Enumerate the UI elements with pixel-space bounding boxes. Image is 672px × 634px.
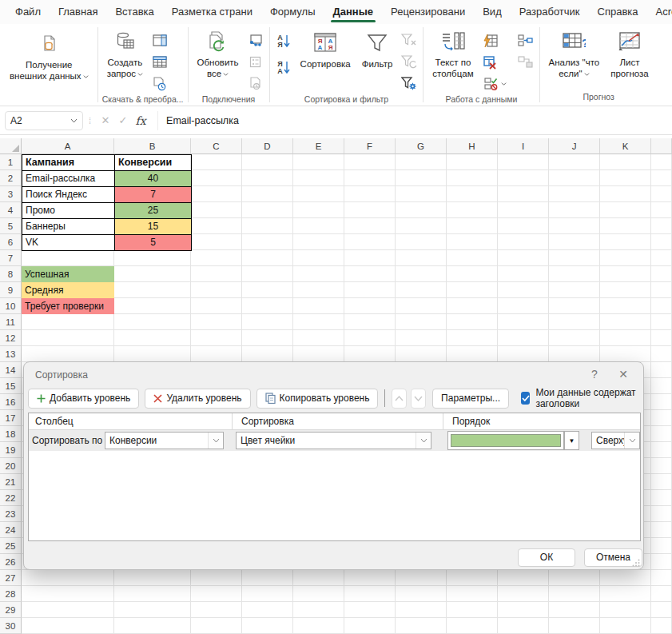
sort-dialog-button[interactable]: ЯААЯ Сортировка bbox=[295, 26, 356, 71]
my-data-has-headers-checkbox[interactable] bbox=[521, 392, 530, 405]
cell[interactable]: Промо bbox=[22, 202, 115, 219]
column-header[interactable]: H bbox=[447, 138, 498, 154]
connections-icon[interactable] bbox=[245, 30, 266, 50]
cell[interactable]: Баннеры bbox=[22, 218, 115, 235]
flash-fill-icon[interactable] bbox=[479, 30, 501, 50]
cancel-entry-icon[interactable]: ✕ bbox=[97, 114, 114, 126]
show-queries-icon[interactable] bbox=[149, 30, 170, 50]
row-header[interactable]: 3 bbox=[0, 186, 22, 202]
copy-level-button[interactable]: Копировать уровень bbox=[256, 389, 379, 409]
row-header[interactable]: 2 bbox=[0, 170, 22, 186]
dialog-close-icon[interactable]: ✕ bbox=[616, 368, 630, 381]
text-to-columns-button[interactable]: Текст по столбцам bbox=[427, 26, 479, 81]
row-header[interactable]: 11 bbox=[0, 314, 22, 330]
order-position-select[interactable]: Сверху bbox=[591, 432, 640, 449]
cell[interactable]: 15 bbox=[114, 218, 192, 235]
row-header[interactable]: 17 bbox=[0, 410, 22, 426]
refresh-all-button[interactable]: Обновить все bbox=[192, 26, 245, 81]
tab-developer[interactable]: Разработчик bbox=[511, 1, 589, 23]
clear-filter-icon[interactable] bbox=[398, 30, 420, 50]
row-header[interactable]: 29 bbox=[0, 602, 22, 618]
cell[interactable]: 7 bbox=[114, 186, 192, 203]
cell[interactable]: Успешная bbox=[22, 266, 114, 282]
cell[interactable]: Поиск Яндекс bbox=[22, 186, 115, 203]
dialog-help-icon[interactable]: ? bbox=[587, 368, 602, 381]
reapply-filter-icon[interactable] bbox=[398, 52, 420, 72]
get-external-data-button[interactable]: Получение внешних данных bbox=[4, 26, 94, 83]
properties-icon[interactable] bbox=[245, 52, 266, 72]
row-header[interactable]: 8 bbox=[0, 266, 22, 282]
relationships-icon[interactable] bbox=[515, 52, 536, 72]
row-header[interactable]: 18 bbox=[0, 426, 22, 442]
column-header[interactable]: J bbox=[549, 138, 600, 154]
row-header[interactable]: 9 bbox=[0, 282, 22, 298]
options-button[interactable]: Параметры... bbox=[432, 389, 509, 409]
sort-column-select[interactable]: Конверсии bbox=[105, 432, 224, 449]
cell[interactable]: Требует проверки bbox=[22, 298, 114, 314]
cell[interactable]: 5 bbox=[114, 234, 192, 251]
row-header[interactable]: 10 bbox=[0, 298, 22, 314]
order-color-dropdown-button[interactable]: ▼ bbox=[564, 431, 579, 450]
column-header[interactable]: E bbox=[293, 138, 344, 154]
move-level-up-button[interactable] bbox=[392, 389, 407, 409]
cell[interactable]: Конверсии bbox=[114, 154, 192, 171]
new-query-button[interactable]: Создать запрос bbox=[101, 26, 149, 81]
name-box[interactable]: A2 bbox=[5, 111, 83, 130]
delete-level-button[interactable]: Удалить уровень bbox=[145, 389, 250, 409]
row-header[interactable]: 7 bbox=[0, 250, 22, 266]
column-header[interactable]: A bbox=[22, 138, 114, 154]
tab-file[interactable]: Файл bbox=[6, 1, 50, 23]
formula-input[interactable]: Email-рассылка bbox=[157, 111, 666, 130]
cell[interactable]: Кампания bbox=[22, 154, 115, 171]
row-header[interactable]: 21 bbox=[0, 474, 22, 490]
move-level-down-button[interactable] bbox=[411, 389, 426, 409]
add-level-button[interactable]: Добавить уровень bbox=[28, 389, 139, 409]
cell[interactable]: Email-рассылка bbox=[22, 170, 115, 187]
column-header[interactable]: C bbox=[191, 138, 242, 154]
remove-duplicates-icon[interactable] bbox=[479, 52, 501, 72]
row-header[interactable]: 15 bbox=[0, 378, 22, 394]
row-header[interactable]: 30 bbox=[0, 618, 22, 634]
tab-formulas[interactable]: Формулы bbox=[261, 1, 324, 23]
row-header[interactable]: 25 bbox=[0, 538, 22, 554]
recent-sources-icon[interactable] bbox=[149, 74, 170, 94]
column-header[interactable]: G bbox=[396, 138, 447, 154]
advanced-filter-icon[interactable] bbox=[398, 74, 420, 94]
column-header[interactable]: I bbox=[498, 138, 549, 154]
cell[interactable]: 40 bbox=[114, 170, 192, 187]
what-if-analysis-button[interactable]: ? Анализ "что если" bbox=[543, 26, 606, 81]
row-header[interactable]: 26 bbox=[0, 554, 22, 570]
select-all-corner[interactable] bbox=[0, 138, 22, 154]
consolidate-icon[interactable] bbox=[515, 30, 536, 50]
column-header[interactable]: F bbox=[344, 138, 396, 154]
row-header[interactable]: 1 bbox=[0, 154, 22, 170]
from-table-icon[interactable] bbox=[149, 52, 170, 72]
ok-button[interactable]: ОК bbox=[518, 548, 575, 567]
data-validation-icon[interactable] bbox=[479, 74, 511, 94]
forecast-sheet-button[interactable]: Лист прогноза bbox=[605, 26, 654, 81]
sort-on-select[interactable]: Цвет ячейки bbox=[236, 432, 431, 449]
enter-entry-icon[interactable]: ✓ bbox=[114, 114, 132, 126]
row-header[interactable]: 5 bbox=[0, 218, 22, 234]
cell[interactable]: VK bbox=[22, 234, 115, 251]
row-header[interactable]: 4 bbox=[0, 202, 22, 218]
row-header[interactable]: 12 bbox=[0, 330, 22, 346]
row-header[interactable]: 19 bbox=[0, 442, 22, 458]
order-color-select[interactable] bbox=[447, 431, 564, 450]
row-header[interactable]: 27 bbox=[0, 570, 22, 586]
tab-page-layout[interactable]: Разметка страни bbox=[163, 1, 261, 23]
sort-ascending-icon[interactable]: АЯ bbox=[273, 31, 295, 51]
row-header[interactable]: 22 bbox=[0, 490, 22, 506]
cell[interactable]: 25 bbox=[114, 202, 192, 219]
row-header[interactable]: 16 bbox=[0, 394, 22, 410]
filter-button[interactable]: Фильтр bbox=[356, 26, 399, 71]
tab-home[interactable]: Главная bbox=[50, 1, 106, 23]
tab-insert[interactable]: Вставка bbox=[106, 1, 162, 23]
tab-data[interactable]: Данные bbox=[324, 1, 383, 23]
row-header[interactable]: 24 bbox=[0, 522, 22, 538]
column-header[interactable]: K bbox=[600, 138, 651, 154]
insert-function-icon[interactable]: fx bbox=[132, 114, 149, 127]
tab-help[interactable]: Справка bbox=[589, 1, 647, 23]
tab-view[interactable]: Вид bbox=[474, 1, 511, 23]
row-header[interactable]: 28 bbox=[0, 586, 22, 602]
